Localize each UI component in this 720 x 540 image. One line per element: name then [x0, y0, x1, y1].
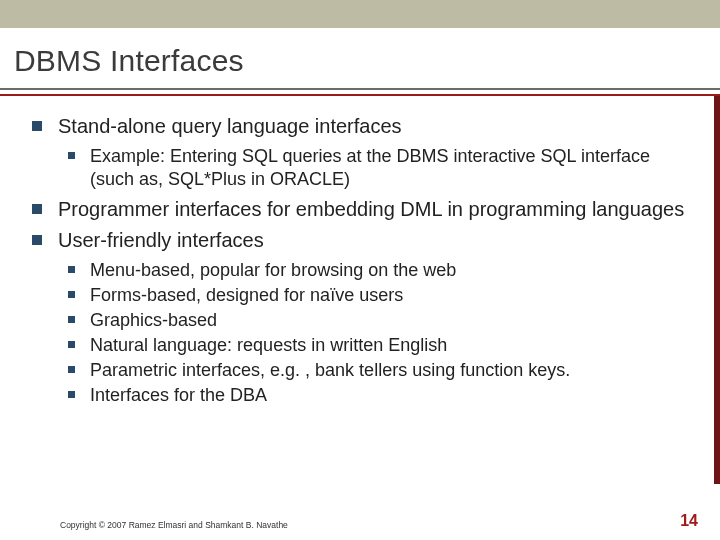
list-item: Parametric interfaces, e.g. , bank telle… — [68, 359, 692, 382]
sub-bullet-text: Menu-based, popular for browsing on the … — [90, 259, 692, 282]
footer: Copyright © 2007 Ramez Elmasri and Shamk… — [0, 512, 720, 530]
sub-bullet-text: Parametric interfaces, e.g. , bank telle… — [90, 359, 692, 382]
divider-gray — [0, 88, 720, 90]
sub-bullet-text: Graphics-based — [90, 309, 692, 332]
slide-title: DBMS Interfaces — [14, 44, 706, 78]
bullet-text: User-friendly interfaces — [58, 228, 692, 253]
list-item: Stand-alone query language interfaces Ex… — [32, 114, 692, 191]
list-item: Graphics-based — [68, 309, 692, 332]
list-item: Example: Entering SQL queries at the DBM… — [68, 145, 692, 191]
content-area: Stand-alone query language interfaces Ex… — [0, 96, 720, 484]
list-item: Menu-based, popular for browsing on the … — [68, 259, 692, 282]
sub-bullet-text: Example: Entering SQL queries at the DBM… — [90, 145, 692, 191]
bullet-text: Programmer interfaces for embedding DML … — [58, 197, 692, 222]
sub-bullet-list: Menu-based, popular for browsing on the … — [68, 259, 692, 407]
list-item: Interfaces for the DBA — [68, 384, 692, 407]
list-item: Programmer interfaces for embedding DML … — [32, 197, 692, 222]
sub-bullet-text: Forms-based, designed for naïve users — [90, 284, 692, 307]
sub-bullet-text: Interfaces for the DBA — [90, 384, 692, 407]
bullet-list: Stand-alone query language interfaces Ex… — [32, 114, 692, 407]
sub-bullet-text: Natural language: requests in written En… — [90, 334, 692, 357]
list-item: Natural language: requests in written En… — [68, 334, 692, 357]
sub-bullet-list: Example: Entering SQL queries at the DBM… — [68, 145, 692, 191]
page-number: 14 — [680, 512, 698, 530]
list-item: Forms-based, designed for naïve users — [68, 284, 692, 307]
title-area: DBMS Interfaces — [0, 28, 720, 88]
bullet-text: Stand-alone query language interfaces — [58, 114, 692, 139]
top-banner — [0, 0, 720, 28]
copyright-text: Copyright © 2007 Ramez Elmasri and Shamk… — [60, 520, 288, 530]
list-item: User-friendly interfaces Menu-based, pop… — [32, 228, 692, 407]
